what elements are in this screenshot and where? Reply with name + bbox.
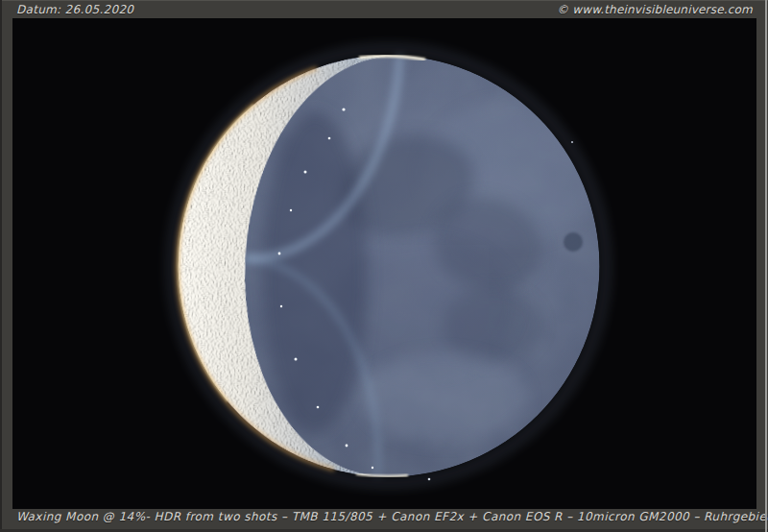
star-point: [428, 478, 431, 481]
date-label: Datum: 26.05.2020: [16, 3, 133, 17]
moon-image: [12, 18, 756, 509]
dark-crater-spot: [564, 232, 583, 252]
photo-caption: Waxing Moon @ 14%- HDR from two shots – …: [16, 510, 768, 524]
frame-edge-highlight: [765, 0, 767, 532]
frame-edge-left: [0, 0, 2, 532]
framed-astrophoto: Datum: 26.05.2020 © www.theinvisibleuniv…: [0, 0, 768, 532]
star-point: [571, 141, 573, 143]
copyright-watermark: © www.theinvisibleuniverse.com: [557, 3, 753, 17]
frame-edge-top: [0, 0, 768, 1]
moon-photograph: [12, 18, 756, 509]
tycho-ray-region: [360, 351, 529, 444]
